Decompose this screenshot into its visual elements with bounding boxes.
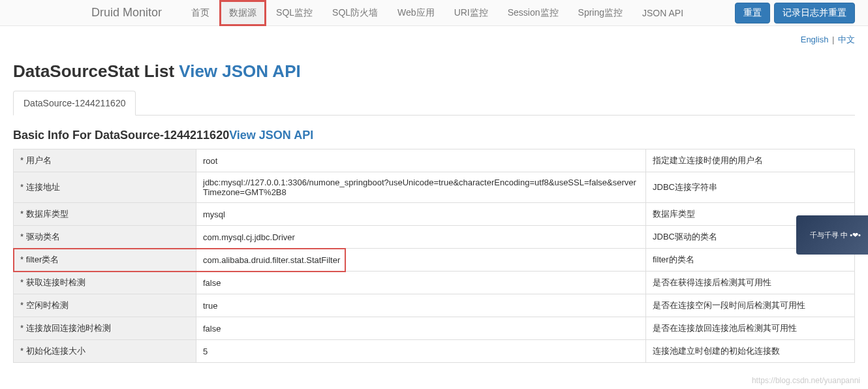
nav-item-6[interactable]: Session监控: [498, 0, 568, 26]
nav-item-3[interactable]: SQL防火墙: [322, 0, 388, 26]
container: English | 中文 DataSourceStat List View JS…: [0, 26, 868, 363]
lang-separator: |: [832, 35, 834, 44]
nav-item-5[interactable]: URI监控: [444, 0, 498, 26]
row-value: root: [196, 149, 646, 172]
row-desc: 指定建立连接时使用的用户名: [646, 149, 855, 172]
nav-item-4[interactable]: Web应用: [388, 0, 444, 26]
row-label: * 用户名: [14, 149, 196, 172]
row-desc: JDBC连接字符串: [646, 172, 855, 203]
navbar-brand[interactable]: Druid Monitor: [91, 6, 162, 20]
section-title-text: Basic Info For DataSource-1244211620: [13, 129, 229, 142]
reset-button[interactable]: 重置: [735, 3, 770, 23]
row-label: * 连接地址: [14, 172, 196, 203]
table-row: * 获取连接时检测false是否在获得连接后检测其可用性: [14, 272, 855, 294]
nav-item-2[interactable]: SQL监控: [266, 0, 322, 26]
row-value: com.alibaba.druid.filter.stat.StatFilter: [196, 249, 646, 272]
table-row: * 连接地址jdbc:mysql://127.0.0.1:3306/numone…: [14, 172, 855, 203]
section-view-json-api-link[interactable]: View JSON API: [229, 129, 313, 142]
row-label: * 数据库类型: [14, 203, 196, 226]
row-label: * 连接放回连接池时检测: [14, 317, 196, 340]
nav-list: 首页数据源SQL监控SQL防火墙Web应用URI监控Session监控Sprin…: [181, 0, 693, 26]
table-row: * 用户名root指定建立连接时使用的用户名: [14, 149, 855, 172]
row-value: false: [196, 317, 646, 340]
row-value: 5: [196, 340, 646, 363]
lang-switch: English | 中文: [13, 26, 855, 50]
row-desc: 是否在获得连接后检测其可用性: [646, 272, 855, 294]
table-row: * 连接放回连接池时检测false是否在连接放回连接池后检测其可用性: [14, 317, 855, 340]
lang-chinese-link[interactable]: 中文: [838, 35, 855, 44]
navbar: Druid Monitor 首页数据源SQL监控SQL防火墙Web应用URI监控…: [0, 0, 868, 26]
nav-right: 重置 记录日志并重置: [735, 3, 855, 23]
info-table: * 用户名root指定建立连接时使用的用户名* 连接地址jdbc:mysql:/…: [13, 149, 855, 363]
log-and-reset-button[interactable]: 记录日志并重置: [774, 3, 855, 23]
watermark-image: 千与千寻 中 •❤•: [796, 215, 868, 255]
tab-0[interactable]: DataSource-1244211620: [13, 91, 136, 116]
table-row: * 数据库类型mysql数据库类型: [14, 203, 855, 226]
row-value: true: [196, 294, 646, 317]
row-value: mysql: [196, 203, 646, 226]
table-row: * 空闲时检测true是否在连接空闲一段时间后检测其可用性: [14, 294, 855, 317]
row-value: com.mysql.cj.jdbc.Driver: [196, 226, 646, 249]
row-desc: 连接池建立时创建的初始化连接数: [646, 340, 855, 363]
row-label: * 驱动类名: [14, 226, 196, 249]
row-label: * 空闲时检测: [14, 294, 196, 317]
row-label: * filter类名: [14, 249, 196, 272]
row-desc: 是否在连接放回连接池后检测其可用性: [646, 317, 855, 340]
nav-item-7[interactable]: Spring监控: [568, 0, 632, 26]
section-title: Basic Info For DataSource-1244211620View…: [13, 129, 855, 142]
row-label: * 获取连接时检测: [14, 272, 196, 294]
row-value: false: [196, 272, 646, 294]
nav-item-1[interactable]: 数据源: [219, 0, 266, 26]
row-value: jdbc:mysql://127.0.0.1:3306/numone_sprin…: [196, 172, 646, 203]
table-row: * 初始化连接大小5连接池建立时创建的初始化连接数: [14, 340, 855, 363]
table-row: * 驱动类名com.mysql.cj.jdbc.DriverJDBC驱动的类名: [14, 226, 855, 249]
row-label: * 初始化连接大小: [14, 340, 196, 363]
view-json-api-link[interactable]: View JSON API: [179, 61, 300, 81]
tabs: DataSource-1244211620: [13, 91, 855, 116]
page-title-text: DataSourceStat List: [13, 61, 179, 81]
page-title: DataSourceStat List View JSON API: [13, 61, 855, 82]
table-row: * filter类名com.alibaba.druid.filter.stat.…: [14, 249, 855, 272]
row-desc: 是否在连接空闲一段时间后检测其可用性: [646, 294, 855, 317]
lang-english-link[interactable]: English: [801, 35, 829, 44]
nav-item-0[interactable]: 首页: [181, 0, 219, 26]
nav-item-8[interactable]: JSON API: [632, 0, 693, 26]
